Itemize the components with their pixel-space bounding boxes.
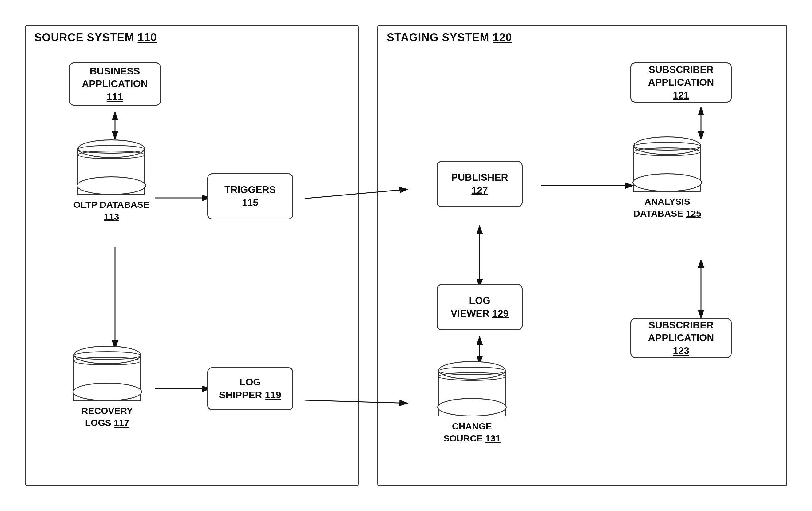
publisher-number: 127 <box>471 185 488 196</box>
oltp-cylinder <box>78 139 145 195</box>
source-system-label: SOURCE SYSTEM 110 <box>34 31 157 44</box>
recovery-logs-number: 117 <box>114 418 129 428</box>
publisher-node: PUBLISHER127 <box>437 161 523 207</box>
log-shipper-node: LOGSHIPPER 119 <box>207 367 293 410</box>
source-system-box: SOURCE SYSTEM 110 <box>25 25 359 486</box>
log-shipper-number: 119 <box>265 389 281 401</box>
diagram: SOURCE SYSTEM 110 <box>12 12 800 499</box>
analysis-cylinder <box>633 136 701 192</box>
business-app-node: BUSINESSAPPLICATION 111 <box>69 62 161 106</box>
staging-system-box: STAGING SYSTEM 120 <box>377 25 787 486</box>
recovery-cylinder <box>74 346 141 401</box>
staging-system-label: STAGING SYSTEM 120 <box>387 31 512 44</box>
staging-system-number: 120 <box>493 31 512 44</box>
recovery-logs-node: RECOVERYLOGS 117 <box>74 346 141 429</box>
business-app-number: 111 <box>107 91 123 102</box>
subscriber-app-123-number: 123 <box>673 345 689 356</box>
source-system-number: 110 <box>138 31 157 44</box>
oltp-db-node: OLTP DATABASE113 <box>74 139 150 222</box>
oltp-db-number: 113 <box>104 212 119 222</box>
subscriber-app-121-number: 121 <box>673 89 689 101</box>
change-source-number: 131 <box>485 433 500 443</box>
subscriber-app-121-node: SUBSCRIBERAPPLICATION 121 <box>630 62 732 103</box>
changesource-cylinder <box>438 361 506 416</box>
analysis-db-number: 125 <box>686 208 701 219</box>
triggers-number: 115 <box>242 197 258 208</box>
analysis-db-node: ANALYSISDATABASE 125 <box>633 136 701 219</box>
triggers-node: TRIGGERS115 <box>207 173 293 219</box>
subscriber-app-123-node: SUBSCRIBERAPPLICATION 123 <box>630 318 732 358</box>
log-viewer-number: 129 <box>492 308 509 319</box>
log-viewer-node: LOGVIEWER 129 <box>437 284 523 330</box>
change-source-node: CHANGESOURCE 131 <box>438 361 506 444</box>
